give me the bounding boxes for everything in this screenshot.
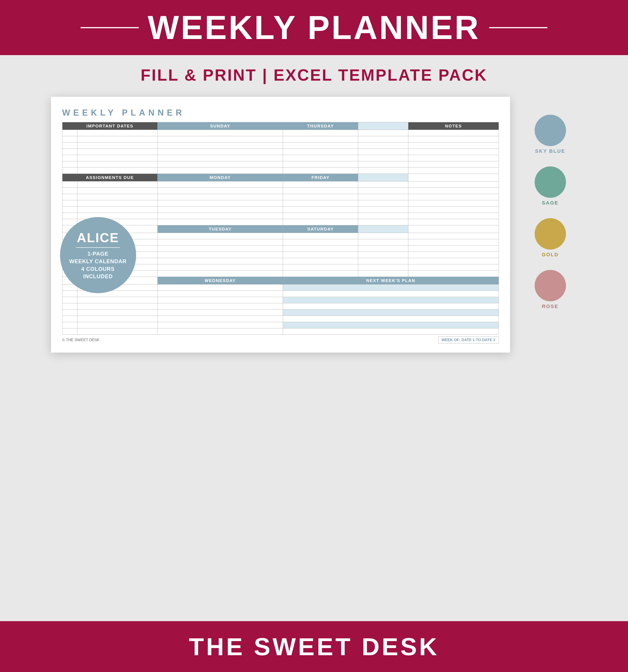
banner-line-right	[489, 27, 547, 28]
swatch-gold: GOLD	[523, 218, 577, 258]
table-row	[62, 285, 499, 291]
table-row	[62, 219, 499, 225]
swatch-sage: SAGE	[523, 166, 577, 206]
sunday-header: SUNDAY	[158, 122, 283, 130]
top-banner: WEEKLY PLANNER	[0, 0, 628, 55]
table-row	[62, 182, 499, 188]
subtitle-bar: FILL & PRINT | EXCEL TEMPLATE PACK	[0, 55, 628, 92]
table-row	[62, 130, 499, 136]
badge-name: ALICE	[77, 230, 119, 245]
sky-blue-circle	[535, 115, 566, 146]
table-row	[62, 168, 499, 174]
table-row	[62, 161, 499, 168]
table-row: ASSIGNMENTS DUE MONDAY FRIDAY	[62, 174, 499, 182]
badge-desc: 1-PAGE WEEKLY CALENDAR 4 COLOURS INCLUDE…	[69, 250, 126, 280]
thu-extra	[358, 122, 408, 130]
table-row	[62, 136, 499, 142]
tuesday-header: TUESDAY	[158, 225, 283, 233]
sage-circle	[535, 166, 566, 198]
assignments-due-header: ASSIGNMENTS DUE	[62, 174, 158, 182]
important-dates-header: IMPORTANT DATES	[62, 122, 158, 130]
table-row	[62, 316, 499, 322]
notes-header: NOTES	[408, 122, 499, 130]
planner-preview: WEEKLY PLANNER IMPORTANT DATES SUNDAY TH…	[51, 97, 510, 353]
thursday-header: THURSDAY	[283, 122, 358, 130]
bottom-banner: THE SWEET DESK	[0, 621, 628, 672]
table-row	[62, 188, 499, 194]
planner-footer: © THE SWEET DESK WEEK OF: DATE 1 TO DATE…	[62, 336, 499, 344]
copyright-text: © THE SWEET DESK	[62, 337, 100, 343]
banner-line-left	[81, 27, 139, 28]
table-row	[62, 297, 499, 303]
table-row: IMPORTANT DATES SUNDAY THURSDAY NOTES	[62, 122, 499, 130]
monday-header: MONDAY	[158, 174, 283, 182]
planner-table: IMPORTANT DATES SUNDAY THURSDAY NOTES	[62, 122, 499, 335]
table-row	[62, 194, 499, 200]
swatch-sky-blue: SKY BLUE	[523, 115, 577, 154]
table-row	[62, 303, 499, 310]
sage-label: SAGE	[542, 200, 558, 206]
table-row	[62, 200, 499, 207]
rose-circle	[535, 270, 566, 301]
table-row	[62, 310, 499, 316]
table-row	[62, 155, 499, 161]
table-row	[62, 142, 499, 149]
table-row	[62, 207, 499, 213]
friday-header: FRIDAY	[283, 174, 358, 182]
next-week-plan-header: NEXT WEEK'S PLAN	[283, 277, 499, 285]
main-content: WEEKLY PLANNER IMPORTANT DATES SUNDAY TH…	[0, 92, 628, 621]
week-of-text: WEEK OF: DATE 1 TO DATE 2	[438, 336, 499, 344]
swatches-panel: SKY BLUE SAGE GOLD ROSE	[523, 97, 577, 309]
saturday-header: SATURDAY	[283, 225, 358, 233]
gold-circle	[535, 218, 566, 249]
alice-badge: ALICE 1-PAGE WEEKLY CALENDAR 4 COLOURS I…	[60, 217, 136, 293]
gold-label: GOLD	[542, 252, 559, 258]
rose-label: ROSE	[542, 304, 558, 309]
planner-inner-heading: WEEKLY PLANNER	[62, 108, 499, 118]
table-row	[62, 149, 499, 155]
wednesday-header: WEDNESDAY	[158, 277, 283, 285]
table-row	[62, 328, 499, 335]
table-row	[62, 322, 499, 328]
subtitle-text: FILL & PRINT | EXCEL TEMPLATE PACK	[141, 66, 487, 84]
table-row	[62, 291, 499, 297]
table-row	[62, 213, 499, 219]
banner-title: WEEKLY PLANNER	[148, 8, 480, 47]
sky-blue-label: SKY BLUE	[535, 148, 565, 154]
bottom-title: THE SWEET DESK	[189, 632, 439, 661]
swatch-rose: ROSE	[523, 270, 577, 309]
badge-divider	[76, 247, 120, 248]
